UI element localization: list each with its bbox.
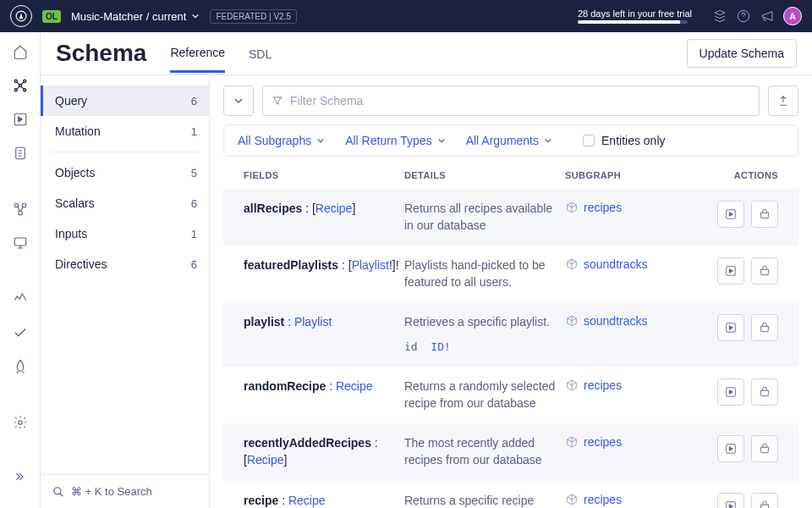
update-schema-button[interactable]: Update Schema	[687, 39, 797, 68]
facet-arguments[interactable]: All Arguments	[466, 134, 552, 147]
trial-text: 28 days left in your free trial	[578, 8, 692, 19]
field-description: Returns all recipes available in our dat…	[404, 201, 565, 234]
filter-icon	[272, 95, 283, 107]
run-in-explorer-button[interactable]	[717, 378, 744, 406]
export-button[interactable]	[768, 86, 798, 116]
run-in-explorer-button[interactable]	[717, 314, 744, 341]
chevron-down-icon	[191, 12, 200, 20]
run-in-explorer-button[interactable]	[717, 493, 744, 508]
open-in-sandbox-button[interactable]	[751, 257, 778, 284]
run-in-explorer-button[interactable]	[717, 257, 744, 284]
open-in-sandbox-button[interactable]	[751, 435, 778, 462]
tab-sdl[interactable]: SDL	[249, 36, 272, 72]
schema-icon[interactable]	[11, 76, 30, 95]
svg-point-3	[23, 80, 25, 82]
search-icon	[52, 486, 64, 498]
subgraph-link[interactable]: recipes	[565, 435, 717, 449]
field-name[interactable]: recentlyAddedRecipes : [Recipe]	[244, 435, 404, 468]
org-badge[interactable]: OL	[42, 10, 61, 23]
page-header: Schema Reference SDL Update Schema	[41, 32, 812, 75]
svg-point-5	[23, 89, 25, 91]
field-name[interactable]: recipe : Recipe	[244, 493, 404, 508]
graph-icon[interactable]	[712, 8, 727, 24]
insights-icon[interactable]	[11, 290, 30, 308]
graph-path-label: Music-Matcher / current	[71, 10, 187, 23]
field-row: featuredPlaylists : [Playlist!]! Playlis…	[223, 246, 798, 302]
avatar[interactable]: A	[783, 7, 802, 25]
svg-point-2	[14, 80, 17, 82]
field-description: Returns a specific recipe based on its I…	[404, 493, 565, 508]
collapse-icon[interactable]	[11, 467, 30, 486]
facet-subgraphs[interactable]: All Subgraphs	[238, 134, 325, 147]
subgraphs-icon[interactable]	[11, 200, 30, 218]
field-row: allRecipes : [Recipe] Returns all recipe…	[223, 189, 798, 246]
svg-rect-12	[14, 238, 26, 246]
run-in-explorer-button[interactable]	[717, 201, 744, 228]
open-in-sandbox-button[interactable]	[751, 201, 778, 228]
svg-point-13	[18, 421, 22, 425]
field-name[interactable]: featuredPlaylists : [Playlist!]!	[244, 257, 404, 274]
type-item-objects[interactable]: Objects5	[41, 157, 209, 188]
search-hint[interactable]: ⌘ + K to Search	[41, 474, 209, 508]
checks-icon[interactable]	[11, 323, 30, 342]
explorer-icon[interactable]	[11, 110, 30, 129]
trial-status[interactable]: 28 days left in your free trial	[578, 8, 692, 24]
field-row: randomRecipe : Recipe Returns a randomly…	[223, 367, 798, 423]
type-sidebar: Query6Mutation1 Objects5Scalars6Inputs1D…	[41, 75, 210, 508]
checkbox-icon	[583, 135, 595, 146]
announce-icon[interactable]	[760, 8, 775, 24]
field-description: Playlists hand-picked to be featured to …	[404, 257, 565, 290]
svg-point-14	[54, 487, 61, 494]
field-row: recipe : Recipe Returns a specific recip…	[223, 481, 798, 508]
svg-point-11	[18, 211, 22, 215]
field-name[interactable]: randomRecipe : Recipe	[244, 378, 404, 395]
launches-icon[interactable]	[11, 357, 30, 376]
type-item-scalars[interactable]: Scalars6	[41, 188, 209, 218]
field-name[interactable]: playlist : Playlist	[244, 314, 404, 331]
subgraph-link[interactable]: recipes	[565, 201, 717, 214]
clients-icon[interactable]	[11, 234, 30, 252]
filter-input-wrap[interactable]	[262, 86, 760, 116]
filter-schema-input[interactable]	[290, 86, 750, 115]
field-name[interactable]: allRecipes : [Recipe]	[244, 201, 404, 218]
type-item-directives[interactable]: Directives6	[41, 249, 209, 279]
field-row: recentlyAddedRecipes : [Recipe] The most…	[223, 423, 798, 480]
settings-icon[interactable]	[11, 413, 30, 432]
type-item-inputs[interactable]: Inputs1	[41, 218, 209, 249]
apollo-logo[interactable]	[10, 5, 32, 27]
collapse-all-button[interactable]	[223, 86, 254, 116]
trial-progress-bar	[578, 20, 688, 24]
facet-return-types[interactable]: All Return Types	[345, 134, 445, 147]
type-item-query[interactable]: Query6	[41, 86, 209, 116]
subgraph-link[interactable]: recipes	[565, 493, 717, 506]
facet-bar: All Subgraphs All Return Types All Argum…	[223, 124, 798, 157]
subgraph-link[interactable]: soundtracks	[565, 257, 717, 271]
help-icon[interactable]	[736, 8, 751, 24]
table-header: FIELDS DETAILS SUBGRAPH ACTIONS	[223, 162, 798, 189]
run-in-explorer-button[interactable]	[717, 435, 744, 462]
svg-point-6	[19, 85, 21, 87]
tab-reference[interactable]: Reference	[170, 34, 225, 73]
nav-rail	[0, 32, 41, 508]
type-item-mutation[interactable]: Mutation1	[41, 116, 209, 146]
changelog-icon[interactable]	[11, 144, 30, 163]
home-icon[interactable]	[11, 42, 30, 61]
subgraph-link[interactable]: recipes	[565, 378, 717, 392]
page-title: Schema	[56, 40, 146, 67]
entities-only-toggle[interactable]: Entities only	[583, 134, 665, 147]
subgraph-link[interactable]: soundtracks	[565, 314, 717, 328]
open-in-sandbox-button[interactable]	[751, 314, 778, 341]
open-in-sandbox-button[interactable]	[751, 493, 778, 508]
open-in-sandbox-button[interactable]	[751, 378, 778, 406]
field-description: The most recently added recipes from our…	[404, 435, 565, 468]
svg-point-4	[14, 89, 17, 91]
topbar: OL Music-Matcher / current FEDERATED | V…	[0, 0, 812, 32]
field-description: Returns a randomly selected recipe from …	[404, 378, 565, 411]
federation-badge: FEDERATED | V2.5	[210, 9, 297, 24]
field-description: Retrieves a specific playlist.id ID!	[404, 314, 565, 355]
field-row: playlist : Playlist Retrieves a specific…	[223, 302, 798, 367]
graph-selector[interactable]: Music-Matcher / current	[71, 10, 200, 23]
